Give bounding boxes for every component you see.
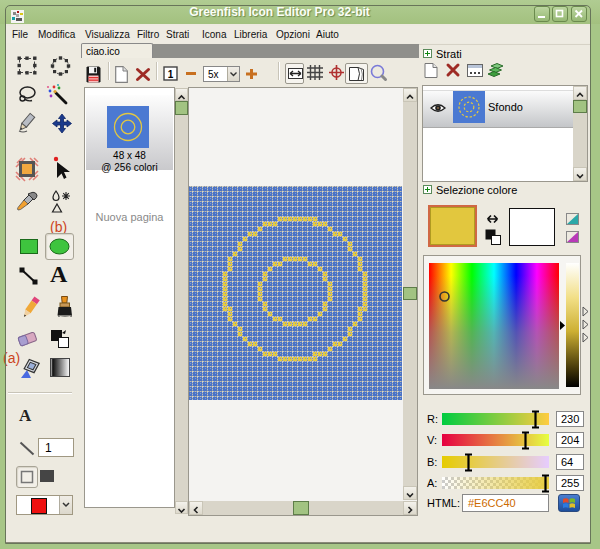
svg-text:1: 1 — [168, 69, 174, 80]
